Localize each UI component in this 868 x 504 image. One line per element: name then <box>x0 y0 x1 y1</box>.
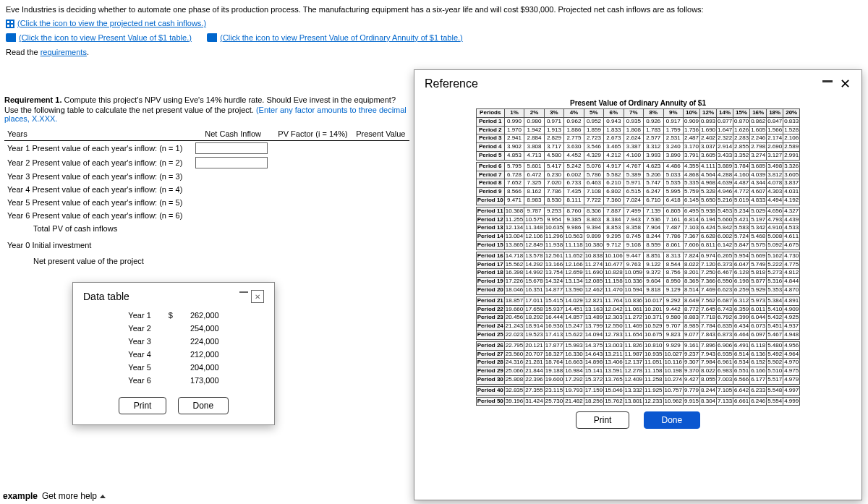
pv-cell: Period 23 <box>476 314 504 323</box>
pv-cell: 16.444 <box>544 314 563 323</box>
pv-cell: 6.495 <box>684 207 700 215</box>
pv-cell: 16.936 <box>544 323 563 331</box>
row-y6: Year 6 Present value of each year's infl… <box>4 209 192 222</box>
ref-print-button[interactable]: Print <box>576 411 630 429</box>
pv-cell: 8.760 <box>564 207 584 215</box>
pv-cell: 10.198 <box>663 367 683 376</box>
ref-done-button[interactable]: Done <box>644 411 701 429</box>
pv-cell: 3.837 <box>783 179 800 188</box>
pv-cell: 10.371 <box>644 314 663 323</box>
get-help-link[interactable]: Get more help <box>42 491 106 501</box>
pv-cell: 2.283 <box>733 134 750 143</box>
pv-cell: 8.983 <box>524 196 544 205</box>
pv-cell: 4.793 <box>767 215 783 224</box>
pv-cell: 3.605 <box>783 171 800 179</box>
pv-cell: Period 13 <box>476 224 504 233</box>
pv-cell: 13.754 <box>544 269 563 278</box>
pv-cell: 13.004 <box>504 233 524 242</box>
pv-cell: 10.529 <box>644 323 663 331</box>
pv-cell: 9.292 <box>663 296 683 305</box>
pv-cell: 10.563 <box>564 233 584 242</box>
pv-cell: 4.979 <box>783 375 800 384</box>
pv-cell: 7.469 <box>700 286 717 294</box>
dt-year: Year 5 <box>119 361 159 374</box>
pv-cell: 6.961 <box>717 359 733 367</box>
pv-cell: 5.076 <box>584 162 603 171</box>
pv-cell: 9.580 <box>663 314 683 323</box>
pv-cell: 9.818 <box>644 286 663 294</box>
input-ncf-1[interactable] <box>195 142 268 154</box>
pv-cell: 6.661 <box>733 397 750 406</box>
pv-cell: 10.059 <box>624 269 643 278</box>
pv-cell: 6.399 <box>733 314 750 323</box>
pv-cell: 4.580 <box>544 151 563 160</box>
pv-cell: 3.326 <box>783 162 800 171</box>
pv-cell: 22.396 <box>524 375 544 384</box>
pv-cell: 12.042 <box>604 305 624 314</box>
pv-cell: 4.917 <box>604 162 624 171</box>
pv-cell: 3.993 <box>644 151 663 160</box>
pv-cell: 2.577 <box>644 134 663 143</box>
pv-cell: 4.639 <box>717 179 733 188</box>
pv-cell: 4.812 <box>783 269 800 278</box>
pv-cell: 10.368 <box>504 207 524 215</box>
requirements-link[interactable]: requirements <box>41 48 87 56</box>
pv-cell: 4.909 <box>783 305 800 314</box>
pv-cell: 13.765 <box>604 375 624 384</box>
pv-cell: 13.801 <box>624 397 643 406</box>
pv-cell: 15.678 <box>524 278 544 286</box>
pv-cell: 6.142 <box>717 241 733 249</box>
pv-cell: 8.566 <box>504 188 524 197</box>
pv-cell: 12.106 <box>524 233 544 242</box>
pv-cell: 7.366 <box>700 278 717 286</box>
pv-cell: 1.942 <box>524 126 544 134</box>
pv-cell: 39.196 <box>504 397 524 406</box>
pv-cell: 9.122 <box>644 260 663 269</box>
pv-cell: 9.471 <box>504 196 524 205</box>
pv-cell: 7.984 <box>700 359 717 367</box>
pv-cell: 9.915 <box>684 397 700 406</box>
close-icon[interactable] <box>251 290 264 303</box>
pv-cell: 4.767 <box>624 162 643 171</box>
link-pv-annuity[interactable]: (Click the icon to view Present Value of… <box>220 33 462 43</box>
pv-cell: 11.296 <box>544 233 563 242</box>
close-icon[interactable]: ✕ <box>838 77 851 90</box>
pv-cell: 6.198 <box>733 278 750 286</box>
input-ncf-2[interactable] <box>195 157 268 168</box>
pv-cell: 6.210 <box>604 179 624 188</box>
minimize-icon[interactable] <box>239 291 248 293</box>
pv-cell: 4.303 <box>767 188 783 197</box>
row-totpv: Total PV of cash inflows <box>4 222 192 235</box>
pv-cell: Period 8 <box>476 179 504 188</box>
pv-cell: 16.984 <box>564 367 584 376</box>
pv-cell: 14.992 <box>524 269 544 278</box>
done-button[interactable]: Done <box>178 397 229 414</box>
print-button[interactable]: Print <box>119 397 167 414</box>
pv-cell: 6.743 <box>717 305 733 314</box>
pv-cell: 17.292 <box>564 375 584 384</box>
link-pv1[interactable]: (Click the icon to view Present Value of… <box>19 33 192 43</box>
pv-cell: 4.970 <box>783 359 800 367</box>
dt-year: Year 3 <box>119 335 159 348</box>
link-cash-inflows[interactable]: (Click the icon to view the projected ne… <box>17 18 206 29</box>
pv-cell: 6.983 <box>717 367 733 376</box>
pv-cell: 6.792 <box>717 314 733 323</box>
example-button[interactable]: example <box>3 491 38 501</box>
dt-sym <box>160 361 182 374</box>
instr: Use the following table to calculate the… <box>4 106 256 114</box>
pv-cell: 7.786 <box>544 188 563 197</box>
pv-cell: 3.889 <box>717 162 733 171</box>
pv-cell: 3.812 <box>767 171 783 179</box>
pv-cell: 18.256 <box>584 397 603 406</box>
pv-cell: 3.387 <box>624 143 643 152</box>
pv-cell: 4.212 <box>604 151 624 160</box>
pv-cell: Period 16 <box>476 252 504 260</box>
reference-title: Reference <box>425 77 478 90</box>
minimize-icon[interactable] <box>822 80 833 82</box>
pv-cell: 6.472 <box>524 171 544 179</box>
pv-cell: 3.498 <box>767 162 783 171</box>
pv-cell: 7.943 <box>700 350 717 359</box>
pv-cell: 2.991 <box>783 151 800 160</box>
pv-cell: 4.611 <box>783 233 800 242</box>
pv-cell: Period 50 <box>476 397 504 406</box>
